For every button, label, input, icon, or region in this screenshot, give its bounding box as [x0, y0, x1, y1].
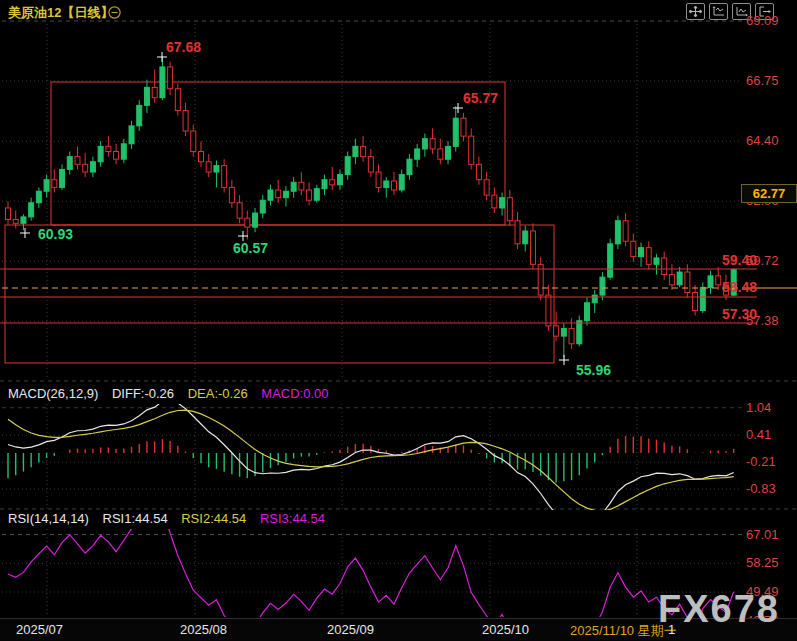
macd-indicator-row: MACD(26,12,9) DIFF:-0.26 DEA:-0.26 MACD:…	[8, 386, 339, 401]
x-axis-date-label: 2025/10	[482, 622, 529, 637]
watermark: FX678	[658, 588, 780, 631]
crosshair-price-label: 62.77	[741, 184, 797, 203]
zoom-y-axis-icon[interactable]	[732, 3, 751, 20]
collapse-icon[interactable]	[108, 6, 121, 19]
rsi-indicator-row: RSI(14,14,14) RSI1:44.54 RSI2:44.54 RSI3…	[8, 511, 335, 526]
rsi1-value: RSI1:44.54	[103, 511, 168, 526]
macd-params: MACD(26,12,9)	[8, 386, 98, 401]
rsi-params: RSI(14,14,14)	[8, 511, 89, 526]
macd-dea-value: DEA:-0.26	[188, 386, 248, 401]
macd-diff-value: DIFF:-0.26	[112, 386, 174, 401]
chart-window: 美原油12【日线】 MACD(26,12,9) DIFF:-0.26	[0, 0, 797, 641]
rsi3-value: RSI3:44.54	[260, 511, 325, 526]
x-axis-date-label: 2025/09	[327, 622, 374, 637]
x-axis-date-label: 2025/08	[180, 622, 227, 637]
rsi2-value: RSI2:44.54	[181, 511, 246, 526]
drawn-rectangles[interactable]	[5, 82, 554, 363]
macd-pane	[8, 400, 734, 526]
exit-fullscreen-icon[interactable]	[755, 3, 774, 20]
macd-hist-value: MACD:0.00	[261, 386, 328, 401]
extreme-markers	[20, 52, 569, 365]
pan-icon[interactable]	[686, 3, 705, 20]
x-axis-date-label: 2025/07	[16, 622, 63, 637]
zoom-x-axis-icon[interactable]	[709, 3, 728, 20]
gridlines	[0, 21, 797, 616]
candles-layer	[6, 57, 737, 358]
chart-canvas[interactable]	[0, 0, 797, 641]
chart-toolbar	[686, 3, 774, 20]
